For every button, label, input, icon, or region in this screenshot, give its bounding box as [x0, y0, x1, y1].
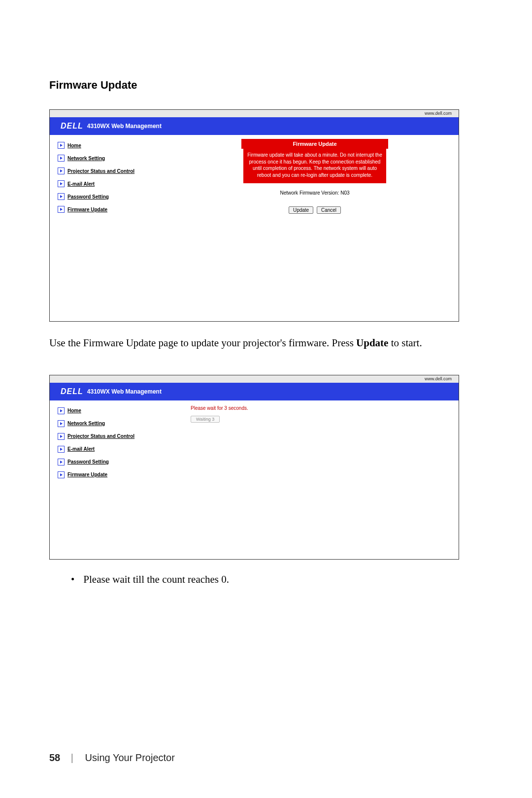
- sidebar-item-home[interactable]: Home: [58, 142, 171, 149]
- arrow-icon: [58, 142, 65, 149]
- sidebar-item-network-setting[interactable]: Network Setting: [58, 155, 171, 162]
- arrow-icon: [58, 167, 65, 174]
- sidebar-item-label: Password Setting: [67, 194, 109, 200]
- dell-logo: DELL: [61, 122, 83, 131]
- sidebar-item-label: Home: [67, 143, 81, 148]
- button-row: Update Cancel: [191, 206, 439, 214]
- main-panel: Firmware Update Firmware update will tak…: [176, 135, 459, 321]
- main-panel: Please wait for 3 seconds. Waiting 3: [176, 400, 459, 559]
- sidebar-item-label: Network Setting: [67, 421, 105, 426]
- arrow-icon: [58, 433, 65, 440]
- arrow-icon: [58, 459, 65, 466]
- page-number: 58: [49, 752, 60, 763]
- update-button[interactable]: Update: [289, 206, 313, 214]
- cancel-button[interactable]: Cancel: [317, 206, 341, 214]
- app-title: 4310WX Web Management: [87, 123, 162, 130]
- sidebar-item-password-setting[interactable]: Password Setting: [58, 193, 171, 200]
- waiting-button: Waiting 3: [191, 416, 220, 423]
- screenshot-waiting: www.dell.com DELL 4310WX Web Management …: [49, 375, 459, 560]
- firmware-version-text: Network Firmware Version: N03: [191, 190, 439, 196]
- url-bar: www.dell.com: [50, 110, 459, 117]
- sidebar: Home Network Setting Projector Status an…: [50, 400, 176, 559]
- sidebar-item-label: Home: [67, 408, 81, 413]
- sidebar-item-firmware-update[interactable]: Firmware Update: [58, 471, 171, 478]
- bullet-text: Please wait till the count reaches 0.: [71, 573, 485, 586]
- arrow-icon: [58, 206, 65, 213]
- sidebar-item-label: Projector Status and Control: [67, 433, 134, 439]
- screenshot-firmware-update: www.dell.com DELL 4310WX Web Management …: [49, 109, 459, 322]
- sidebar: Home Network Setting Projector Status an…: [50, 135, 176, 321]
- footer-title: Using Your Projector: [85, 752, 175, 763]
- sidebar-item-label: E-mail Alert: [67, 181, 95, 187]
- arrow-icon: [58, 155, 65, 162]
- sidebar-item-home[interactable]: Home: [58, 407, 171, 414]
- arrow-icon: [58, 407, 65, 414]
- please-wait-text: Please wait for 3 seconds.: [191, 405, 439, 411]
- sidebar-item-label: Firmware Update: [67, 207, 107, 212]
- sidebar-item-label: Password Setting: [67, 459, 109, 465]
- url-bar: www.dell.com: [50, 375, 459, 383]
- alert-body: Firmware update will take about a minute…: [243, 149, 386, 183]
- footer-separator: |: [71, 752, 73, 763]
- sidebar-item-password-setting[interactable]: Password Setting: [58, 459, 171, 466]
- sidebar-item-label: Network Setting: [67, 156, 105, 161]
- sidebar-item-email-alert[interactable]: E-mail Alert: [58, 180, 171, 187]
- alert-header: Firmware Update: [241, 139, 388, 149]
- arrow-icon: [58, 446, 65, 453]
- sidebar-item-label: Firmware Update: [67, 472, 107, 477]
- caption-text: Use the Firmware Update page to update y…: [49, 335, 485, 351]
- arrow-icon: [58, 193, 65, 200]
- sidebar-item-projector-status[interactable]: Projector Status and Control: [58, 433, 171, 440]
- arrow-icon: [58, 180, 65, 187]
- sidebar-item-projector-status[interactable]: Projector Status and Control: [58, 167, 171, 174]
- app-title: 4310WX Web Management: [87, 388, 162, 395]
- sidebar-item-email-alert[interactable]: E-mail Alert: [58, 446, 171, 453]
- app-header: DELL 4310WX Web Management: [50, 383, 459, 400]
- arrow-icon: [58, 471, 65, 478]
- sidebar-item-label: Projector Status and Control: [67, 168, 134, 174]
- sidebar-item-label: E-mail Alert: [67, 446, 95, 452]
- sidebar-item-network-setting[interactable]: Network Setting: [58, 420, 171, 427]
- page-footer: 58 | Using Your Projector: [49, 752, 175, 764]
- dell-logo: DELL: [61, 387, 83, 396]
- section-heading: Firmware Update: [49, 79, 485, 92]
- app-header: DELL 4310WX Web Management: [50, 117, 459, 135]
- arrow-icon: [58, 420, 65, 427]
- sidebar-item-firmware-update[interactable]: Firmware Update: [58, 206, 171, 213]
